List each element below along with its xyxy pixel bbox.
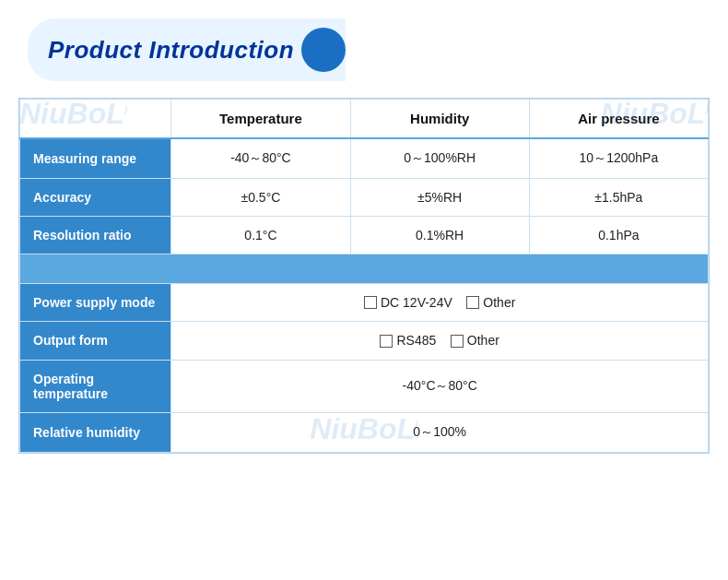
table-row-measuring-range: Measuring range -40～80°C 0～100%RH 10～120… — [20, 138, 709, 179]
table-divider-row — [20, 254, 709, 284]
specs-table: Temperature Humidity Air pressure Measur… — [19, 99, 709, 453]
value-temp-measuring-range: -40～80°C — [171, 138, 350, 179]
checkbox-other-power-icon[interactable] — [466, 296, 479, 309]
value-other-output: Other — [467, 333, 499, 348]
label-output-form: Output form — [20, 322, 171, 360]
title-badge: Product Introduction — [28, 18, 346, 81]
table-row-output-form: Output form RS485 Other — [20, 322, 709, 360]
label-relative-humidity: Relative humidity — [20, 412, 171, 452]
value-rs485: RS485 — [396, 333, 436, 348]
divider-cell — [20, 254, 709, 284]
table-row-operating-temp: Operating temperature -40°C～80°C — [20, 360, 709, 412]
value-hum-resolution: 0.1%RH — [350, 217, 529, 254]
value-air-resolution: 0.1hPa — [529, 217, 708, 254]
value-output-form: RS485 Other — [171, 322, 709, 360]
value-other-power: Other — [483, 295, 515, 310]
label-measuring-range: Measuring range — [20, 138, 171, 179]
value-hum-measuring-range: 0～100%RH — [350, 138, 529, 179]
value-operating-temp: -40°C～80°C — [171, 360, 709, 412]
label-resolution-ratio: Resolution ratio — [20, 217, 171, 254]
value-air-accuracy: ±1.5hPa — [529, 179, 708, 217]
main-container: Product Introduction NiuBoL) NiuBoL) Niu… — [18, 18, 710, 454]
label-operating-temperature: Operating temperature — [20, 360, 171, 412]
value-air-measuring-range: 10～1200hPa — [529, 138, 708, 179]
header-air-pressure: Air pressure — [529, 100, 708, 139]
checkbox-other-output-icon[interactable] — [451, 335, 464, 348]
table-row-relative-humidity: Relative humidity 0～100% — [20, 412, 709, 452]
label-accuracy: Accuracy — [20, 179, 171, 217]
value-relative-humidity: 0～100% — [171, 412, 709, 452]
checkbox-dc-icon[interactable] — [364, 296, 377, 309]
header-humidity: Humidity — [350, 100, 529, 139]
value-hum-accuracy: ±5%RH — [350, 179, 529, 217]
title-area: Product Introduction — [18, 18, 710, 81]
header-temperature: Temperature — [171, 100, 350, 139]
value-dc: DC 12V-24V — [381, 295, 452, 310]
label-power-supply-mode: Power supply mode — [20, 284, 171, 322]
table-row-accuracy: Accuracy ±0.5°C ±5%RH ±1.5hPa — [20, 179, 709, 217]
table-row-resolution: Resolution ratio 0.1°C 0.1%RH 0.1hPa — [20, 217, 709, 254]
page-title: Product Introduction — [48, 36, 294, 65]
value-temp-accuracy: ±0.5°C — [171, 179, 350, 217]
specs-table-container: NiuBoL) NiuBoL) NiuBoL) Temperature Humi… — [18, 98, 710, 454]
checkbox-rs485-icon[interactable] — [380, 335, 393, 348]
table-row-power-supply: Power supply mode DC 12V-24V Other — [20, 284, 709, 322]
value-temp-resolution: 0.1°C — [171, 217, 350, 254]
header-label-col — [20, 100, 171, 139]
value-power-supply-mode: DC 12V-24V Other — [171, 284, 709, 322]
table-header-row: Temperature Humidity Air pressure — [20, 100, 709, 139]
title-shape-decoration — [301, 28, 346, 72]
